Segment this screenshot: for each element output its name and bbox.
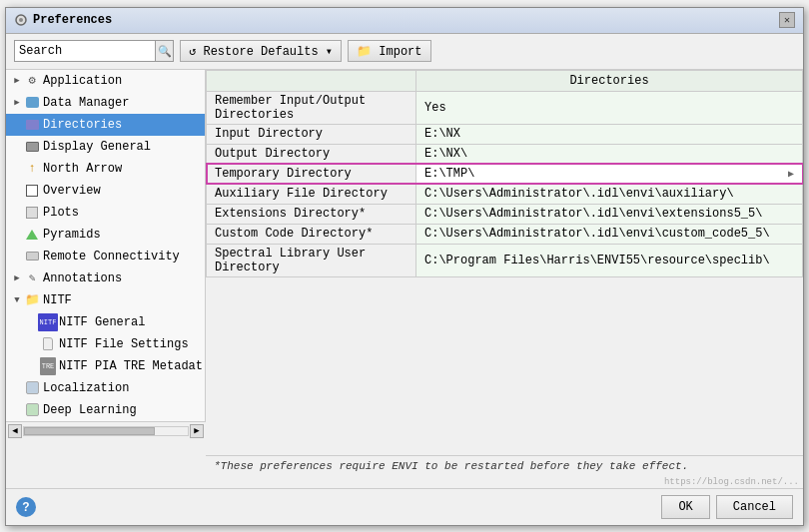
table-cell-name: Custom Code Directory* (207, 224, 416, 244)
sidebar-item-data-manager[interactable]: ▶ Data Manager (6, 92, 205, 114)
sidebar-item-nitf[interactable]: ▼ 📁 NITF (6, 289, 205, 311)
sidebar-item-overview[interactable]: Overview (6, 180, 205, 202)
sidebar-item-label-localization: Localization (43, 379, 129, 397)
ok-button[interactable]: OK (661, 495, 709, 519)
tree-icon-display-general (24, 142, 40, 152)
main-table-area: Directories Remember Input/Output Direct… (206, 70, 803, 455)
tree-expander-annotations[interactable]: ▶ (10, 269, 24, 287)
preferences-title-icon (14, 13, 28, 27)
table-cell-name: Remember Input/Output Directories (207, 91, 416, 124)
tree-icon-annotations: ✎ (24, 269, 40, 287)
sidebar-item-label-north-arrow: North Arrow (43, 160, 122, 178)
sidebar-item-annotations[interactable]: ▶ ✎ Annotations (6, 267, 205, 289)
scroll-left-button[interactable]: ◀ (8, 424, 22, 438)
bottom-bar: ? OK Cancel (6, 488, 803, 525)
tree-expander-nitf[interactable]: ▼ (10, 291, 24, 309)
scroll-right-button[interactable]: ▶ (190, 424, 204, 438)
table-cell-name: Auxiliary File Directory (207, 184, 416, 204)
col-value-header: Directories (416, 70, 803, 91)
sidebar-item-deep-learning[interactable]: Deep Learning (6, 399, 205, 421)
table-cell-value[interactable]: E:\NX\ (416, 144, 803, 164)
sidebar-item-nitf-general[interactable]: NITF NITF General (6, 311, 205, 333)
tree-icon-nitf-pia-tre: TRE (40, 357, 56, 375)
tree-icon-data-manager (24, 97, 40, 108)
sidebar-item-label-overview: Overview (43, 182, 101, 200)
table-cell-value[interactable]: C:\Users\Administrator\.idl\envi\auxilia… (416, 184, 803, 204)
sidebar-item-label-remote-connectivity: Remote Connectivity (43, 248, 180, 266)
sidebar-item-plots[interactable]: Plots (6, 202, 205, 224)
table-cell-value[interactable]: C:\Users\Administrator\.idl\envi\custom_… (416, 224, 803, 244)
toolbar: 🔍 ↺ Restore Defaults ▾ 📁 Import (6, 34, 803, 70)
sidebar-item-application[interactable]: ▶ ⚙ Application (6, 70, 205, 92)
table-cell-value[interactable]: Yes (416, 91, 803, 124)
table-cell-name: Input Directory (207, 124, 416, 144)
sidebar-item-label-nitf-file-settings: NITF File Settings (59, 335, 189, 353)
title-bar-left: Preferences (14, 13, 112, 27)
import-button[interactable]: 📁 Import (348, 40, 430, 62)
sidebar-item-nitf-file-settings[interactable]: NITF File Settings (6, 333, 205, 355)
table-row[interactable]: Output DirectoryE:\NX\ (207, 144, 803, 164)
bottom-left: ? (16, 497, 36, 517)
preferences-table: Directories Remember Input/Output Direct… (206, 70, 803, 277)
help-button[interactable]: ? (16, 497, 36, 517)
window-title: Preferences (33, 13, 112, 27)
table-row[interactable]: Extensions Directory*C:\Users\Administra… (207, 204, 803, 224)
close-button[interactable]: ✕ (779, 12, 795, 28)
tree-expander-application[interactable]: ▶ (10, 72, 24, 90)
cancel-button[interactable]: Cancel (716, 495, 793, 519)
sidebar-item-localization[interactable]: Localization (6, 377, 205, 399)
sidebar-item-label-annotations: Annotations (43, 269, 122, 287)
sidebar-item-label-display-general: Display General (43, 138, 151, 156)
tree-icon-localization (24, 381, 40, 394)
tree-icon-overview (24, 185, 40, 197)
sidebar-item-pyramids[interactable]: Pyramids (6, 224, 205, 246)
preferences-window: Preferences ✕ 🔍 ↺ Restore Defaults ▾ 📁 I… (5, 7, 804, 526)
sidebar-item-label-directories: Directories (43, 116, 122, 134)
tree-icon-directories (24, 120, 40, 130)
title-bar: Preferences ✕ (6, 8, 803, 34)
table-cell-value[interactable]: E:\TMP\▶ (416, 164, 803, 184)
bottom-right: OK Cancel (661, 495, 793, 519)
search-input[interactable] (15, 41, 155, 61)
table-row[interactable]: Input DirectoryE:\NX (207, 124, 803, 144)
sidebar-item-display-general[interactable]: Display General (6, 136, 205, 158)
table-cell-value[interactable]: E:\NX (416, 124, 803, 144)
cell-arrow-icon[interactable]: ▶ (788, 168, 794, 180)
tree-icon-plots (24, 207, 40, 219)
tree-icon-remote-connectivity (24, 252, 40, 261)
footer-note: *These preferences require ENVI to be re… (206, 455, 803, 476)
sidebar-item-directories[interactable]: Directories (6, 114, 205, 136)
table-cell-value[interactable]: C:\Users\Administrator\.idl\envi\extensi… (416, 204, 803, 224)
table-row[interactable]: Auxiliary File DirectoryC:\Users\Adminis… (207, 184, 803, 204)
sidebar-item-label-deep-learning: Deep Learning (43, 401, 137, 419)
sidebar-item-label-data-manager: Data Manager (43, 94, 129, 112)
tree-icon-pyramids (24, 230, 40, 240)
table-cell-name: Temporary Directory (207, 164, 416, 184)
tree-icon-application: ⚙ (24, 72, 40, 90)
table-row[interactable]: Spectral Library User DirectoryC:\Progra… (207, 244, 803, 276)
tree-icon-nitf: 📁 (24, 291, 40, 309)
table-row[interactable]: Custom Code Directory*C:\Users\Administr… (207, 224, 803, 244)
scroll-track (23, 426, 189, 436)
sidebar-item-nitf-pia-tre[interactable]: TRE NITF PIA TRE Metadat (6, 355, 205, 377)
table-cell-value[interactable]: C:\Program Files\Harris\ENVI55\resource\… (416, 244, 803, 276)
table-cell-name: Extensions Directory* (207, 204, 416, 224)
sidebar-scrollbar-area: ◀ ▶ (6, 421, 206, 440)
table-row[interactable]: Temporary DirectoryE:\TMP\▶ (207, 164, 803, 184)
sidebar-item-label-nitf: NITF (43, 291, 72, 309)
sidebar-item-north-arrow[interactable]: ↑ North Arrow (6, 158, 205, 180)
sidebar-item-label-application: Application (43, 72, 122, 90)
tree-expander-data-manager[interactable]: ▶ (10, 94, 24, 112)
restore-defaults-button[interactable]: ↺ Restore Defaults ▾ (180, 40, 342, 62)
col-name-header (207, 70, 416, 91)
search-icon-button[interactable]: 🔍 (155, 41, 173, 61)
watermark: https://blog.csdn.net/... (206, 476, 803, 488)
tree-icon-deep-learning (24, 403, 40, 416)
sidebar-item-label-plots: Plots (43, 204, 79, 222)
sidebar-item-remote-connectivity[interactable]: Remote Connectivity (6, 246, 205, 267)
table-row[interactable]: Remember Input/Output DirectoriesYes (207, 91, 803, 124)
table-cell-name: Spectral Library User Directory (207, 244, 416, 276)
scroll-thumb[interactable] (24, 427, 155, 435)
table-cell-name: Output Directory (207, 144, 416, 164)
svg-point-1 (19, 18, 23, 22)
